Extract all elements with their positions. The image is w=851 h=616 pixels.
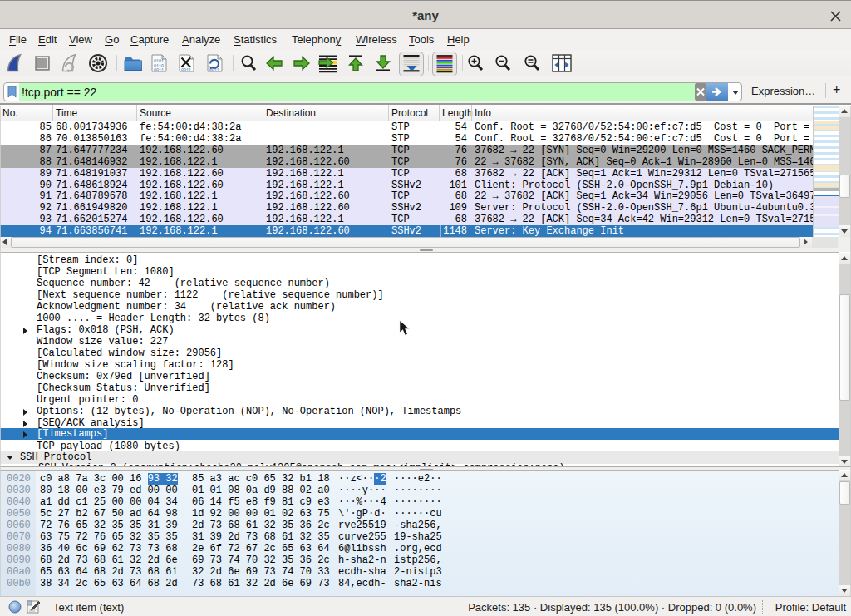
svg-text:0011: 0011 (181, 68, 191, 73)
svg-text:0011: 0011 (154, 68, 164, 73)
